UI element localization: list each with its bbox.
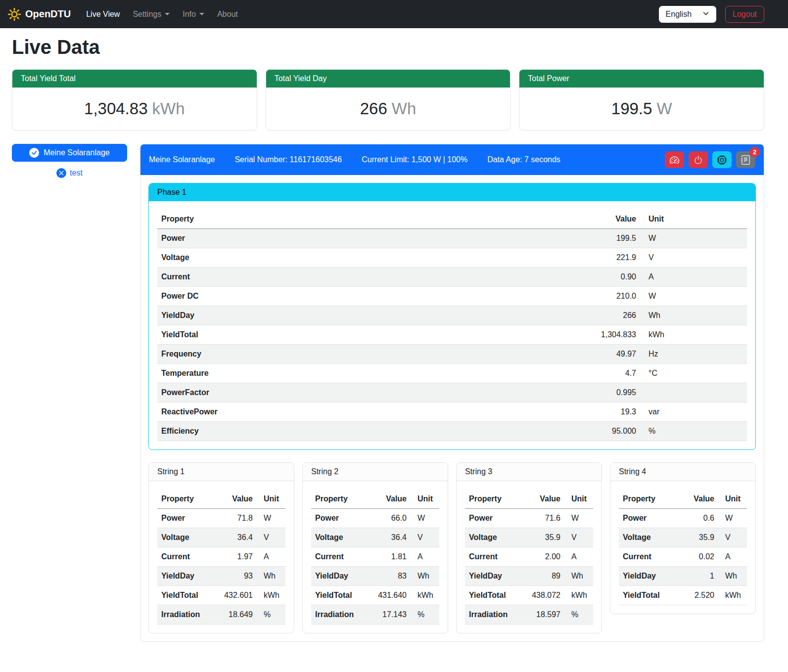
value-cell: 0.02 bbox=[680, 547, 718, 567]
value-cell: 266 bbox=[446, 306, 640, 325]
nav-item-about[interactable]: About bbox=[211, 6, 244, 23]
unit-cell: W bbox=[257, 509, 285, 528]
table-row: Temperature 4.7 °C bbox=[157, 364, 747, 383]
property-cell: Power bbox=[157, 229, 446, 248]
property-cell: Power bbox=[619, 509, 680, 528]
unit-cell: % bbox=[564, 605, 593, 625]
power-toggle-button[interactable] bbox=[689, 151, 708, 168]
unit-cell: °C bbox=[640, 364, 747, 383]
value-cell: 432.601 bbox=[213, 586, 257, 605]
table-row: YieldTotal 431.640 kWh bbox=[311, 586, 439, 605]
table-row: Power 66.0 W bbox=[311, 509, 439, 528]
card-total-power: Total Power 199.5W bbox=[519, 69, 764, 131]
value-cell: 1.97 bbox=[213, 547, 257, 567]
table-row: Voltage 221.9 V bbox=[157, 248, 747, 268]
unit-cell: W bbox=[640, 229, 747, 248]
table-row: Irradiation 17.143 % bbox=[311, 605, 439, 625]
table-row: YieldDay 266 Wh bbox=[157, 306, 747, 325]
event-log-button[interactable]: 2 bbox=[736, 151, 755, 168]
string-2-panel: String 2 Property Value Unit bbox=[302, 462, 448, 633]
unit-cell: V bbox=[411, 528, 439, 547]
sidebar-item-label: test bbox=[70, 169, 83, 178]
property-cell: Power bbox=[157, 509, 213, 528]
property-cell: Irradiation bbox=[465, 605, 521, 625]
limit-settings-button[interactable] bbox=[665, 151, 684, 168]
property-cell: YieldTotal bbox=[157, 325, 446, 345]
value-cell: 66.0 bbox=[367, 509, 411, 528]
unit-cell: V bbox=[718, 528, 747, 547]
journal-icon bbox=[741, 155, 750, 165]
top-navbar: OpenDTU Live View Settings Info About En… bbox=[0, 0, 788, 28]
value-cell: 95.000 bbox=[446, 422, 640, 441]
table-row: ReactivePower 19.3 var bbox=[157, 403, 747, 422]
property-cell: YieldTotal bbox=[465, 586, 521, 605]
power-icon bbox=[694, 155, 703, 165]
value-cell: 1 bbox=[680, 567, 718, 586]
card-value: 266 bbox=[360, 99, 387, 118]
property-cell: YieldDay bbox=[157, 567, 213, 586]
col-unit: Unit bbox=[640, 210, 747, 229]
value-cell: 2.520 bbox=[680, 586, 718, 605]
table-row: YieldTotal 2.520 kWh bbox=[619, 586, 747, 605]
string-panel-title: String 1 bbox=[149, 463, 294, 481]
check-circle-icon bbox=[29, 148, 39, 158]
property-cell: Power bbox=[311, 509, 367, 528]
property-cell: Voltage bbox=[157, 248, 446, 268]
table-row: YieldTotal 432.601 kWh bbox=[157, 586, 285, 605]
inverter-data-age: Data Age: 7 seconds bbox=[487, 155, 560, 164]
table-row: Current 1.97 A bbox=[157, 547, 285, 567]
table-row: YieldTotal 438.072 kWh bbox=[465, 586, 593, 605]
property-cell: Current bbox=[619, 547, 680, 567]
value-cell: 0.90 bbox=[446, 268, 640, 287]
table-row: YieldDay 83 Wh bbox=[311, 567, 439, 586]
table-row: Frequency 49.97 Hz bbox=[157, 345, 747, 364]
value-cell: 1.81 bbox=[367, 547, 411, 567]
brand[interactable]: OpenDTU bbox=[8, 8, 71, 21]
table-row: YieldTotal 1,304.833 kWh bbox=[157, 325, 747, 345]
value-cell: 1,304.833 bbox=[446, 325, 640, 345]
string-3-panel: String 3 Property Value Unit bbox=[456, 462, 602, 633]
language-select[interactable]: English bbox=[659, 6, 716, 23]
sidebar-item-meine-solaranlage[interactable]: Meine Solaranlage bbox=[12, 144, 127, 162]
unit-cell: V bbox=[257, 528, 285, 547]
table-row: PowerFactor 0.995 bbox=[157, 383, 747, 403]
col-unit: Unit bbox=[564, 490, 593, 509]
inverter-card: Meine Solaranlage Serial Number: 1161716… bbox=[140, 144, 764, 642]
value-cell: 19.3 bbox=[446, 403, 640, 422]
nav-item-live-view[interactable]: Live View bbox=[80, 6, 126, 23]
property-cell: Voltage bbox=[619, 528, 680, 547]
card-title: Total Yield Day bbox=[266, 70, 510, 88]
property-cell: YieldTotal bbox=[157, 586, 213, 605]
property-cell: Efficiency bbox=[157, 422, 446, 441]
unit-cell: V bbox=[564, 528, 593, 547]
table-header-row: Property Value Unit bbox=[619, 490, 747, 509]
unit-cell: W bbox=[411, 509, 439, 528]
device-info-button[interactable] bbox=[712, 151, 732, 168]
table-row: Voltage 35.9 V bbox=[465, 528, 593, 547]
col-unit: Unit bbox=[257, 490, 285, 509]
string-1-panel: String 1 Property Value Unit bbox=[148, 462, 294, 633]
nav-item-info[interactable]: Info bbox=[176, 6, 211, 23]
property-cell: ReactivePower bbox=[157, 403, 446, 422]
value-cell: 18.649 bbox=[213, 605, 257, 625]
table-row: Power 199.5 W bbox=[157, 229, 747, 248]
unit-cell: kWh bbox=[411, 586, 439, 605]
col-value: Value bbox=[521, 490, 564, 509]
table-row: Voltage 36.4 V bbox=[311, 528, 439, 547]
string-2-table: Property Value Unit Power bbox=[311, 490, 439, 625]
sidebar-item-test[interactable]: test bbox=[12, 168, 127, 178]
logout-button[interactable]: Logout bbox=[725, 6, 764, 23]
unit-cell: W bbox=[564, 509, 593, 528]
col-property: Property bbox=[311, 490, 367, 509]
card-total-yield-total: Total Yield Total 1,304.83kWh bbox=[12, 69, 257, 131]
table-row: Irradiation 18.649 % bbox=[157, 605, 285, 625]
table-header-row: Property Value Unit bbox=[465, 490, 593, 509]
col-unit: Unit bbox=[718, 490, 747, 509]
table-row: YieldDay 89 Wh bbox=[465, 567, 593, 586]
unit-cell: Hz bbox=[640, 345, 747, 364]
nav-item-settings[interactable]: Settings bbox=[126, 6, 176, 23]
col-property: Property bbox=[465, 490, 521, 509]
property-cell: Voltage bbox=[157, 528, 213, 547]
unit-cell: Wh bbox=[257, 567, 285, 586]
table-row: Current 1.81 A bbox=[311, 547, 439, 567]
